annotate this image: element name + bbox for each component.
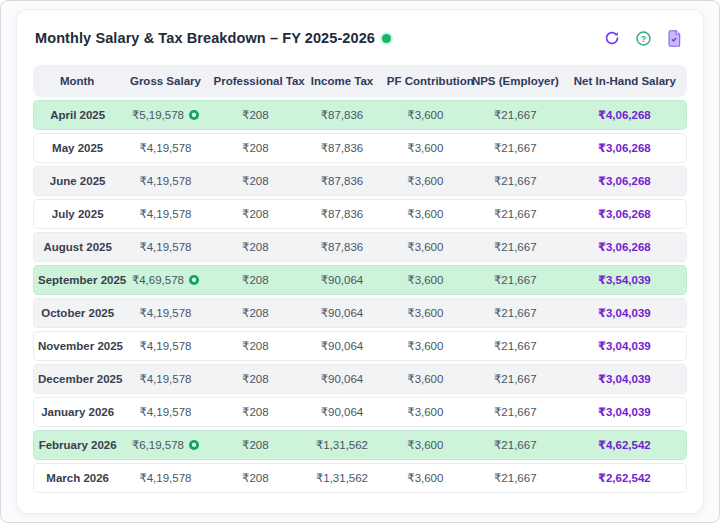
net-salary-cell: ₹3,06,268 [563,232,687,262]
gross-salary-cell: ₹4,19,578 [121,232,209,262]
professional-tax-cell: ₹208 [210,463,302,493]
status-dot-icon [382,34,391,43]
gross-salary-cell: ₹4,19,578 [121,463,209,493]
table-row: June 2025 ₹4,19,578 ₹208 ₹87,836 ₹3,600 … [33,166,687,196]
refresh-icon [604,30,620,46]
salary-table: MonthGross SalaryProfessional TaxIncome … [33,62,687,496]
net-salary-cell: ₹4,06,268 [563,100,687,130]
income-tax-cell: ₹87,836 [301,199,383,229]
net-salary-cell: ₹2,62,542 [563,463,687,493]
month-cell: June 2025 [33,166,121,196]
nps-employer-cell: ₹21,667 [468,133,563,163]
month-cell: October 2025 [33,298,121,328]
income-tax-cell: ₹90,064 [301,364,383,394]
nps-employer-cell: ₹21,667 [468,232,563,262]
income-tax-cell: ₹1,31,562 [301,430,383,460]
pf-contribution-cell: ₹3,600 [383,331,468,361]
table-row: November 2025 ₹4,19,578 ₹208 ₹90,064 ₹3,… [33,331,687,361]
table-row: May 2025 ₹4,19,578 ₹208 ₹87,836 ₹3,600 ₹… [33,133,687,163]
income-tax-cell: ₹87,836 [301,100,383,130]
nps-employer-cell: ₹21,667 [468,166,563,196]
month-cell: March 2026 [33,463,121,493]
gross-salary-cell: ₹4,19,578 [121,133,209,163]
professional-tax-cell: ₹208 [210,265,302,295]
professional-tax-cell: ₹208 [210,100,302,130]
column-header: Income Tax [301,65,383,97]
gross-salary-cell: ₹4,19,578 [121,364,209,394]
nps-employer-cell: ₹21,667 [468,298,563,328]
pf-contribution-cell: ₹3,600 [383,100,468,130]
column-header: Month [33,65,121,97]
nps-employer-cell: ₹21,667 [468,430,563,460]
income-tax-cell: ₹87,836 [301,166,383,196]
pf-contribution-cell: ₹3,600 [383,199,468,229]
help-icon: ? [635,30,652,47]
pf-contribution-cell: ₹3,600 [383,265,468,295]
net-salary-cell: ₹3,04,039 [563,298,687,328]
net-salary-cell: ₹3,06,268 [563,199,687,229]
income-tax-cell: ₹90,064 [301,265,383,295]
professional-tax-cell: ₹208 [210,166,302,196]
pf-contribution-cell: ₹3,600 [383,232,468,262]
net-salary-cell: ₹3,54,039 [563,265,687,295]
net-salary-cell: ₹3,04,039 [563,397,687,427]
gross-salary-cell: ₹4,19,578 [121,166,209,196]
column-header: Professional Tax [210,65,302,97]
refresh-button[interactable] [601,27,623,49]
column-header: NPS (Employer) [468,65,563,97]
increment-indicator-icon [189,440,199,450]
salary-breakdown-card: Monthly Salary & Tax Breakdown – FY 2025… [16,9,704,514]
help-button[interactable]: ? [632,27,654,49]
card-header: Monthly Salary & Tax Breakdown – FY 2025… [35,27,685,49]
pf-contribution-cell: ₹3,600 [383,298,468,328]
net-salary-cell: ₹3,04,039 [563,364,687,394]
month-cell: February 2026 [33,430,121,460]
nps-employer-cell: ₹21,667 [468,331,563,361]
income-tax-cell: ₹90,064 [301,331,383,361]
month-cell: November 2025 [33,331,121,361]
month-cell: January 2026 [33,397,121,427]
nps-employer-cell: ₹21,667 [468,463,563,493]
column-header: Net In-Hand Salary [563,65,687,97]
increment-indicator-icon [189,275,199,285]
header-actions: ? [601,27,685,49]
professional-tax-cell: ₹208 [210,232,302,262]
page-background: Monthly Salary & Tax Breakdown – FY 2025… [0,0,720,523]
month-cell: December 2025 [33,364,121,394]
table-row: January 2026 ₹4,19,578 ₹208 ₹90,064 ₹3,6… [33,397,687,427]
net-salary-cell: ₹3,04,039 [563,331,687,361]
pf-contribution-cell: ₹3,600 [383,364,468,394]
table-row: September 2025 ₹4,69,578 ₹208 ₹90,064 ₹3… [33,265,687,295]
pf-contribution-cell: ₹3,600 [383,166,468,196]
table-row: August 2025 ₹4,19,578 ₹208 ₹87,836 ₹3,60… [33,232,687,262]
professional-tax-cell: ₹208 [210,364,302,394]
document-icon [666,30,682,47]
gross-salary-cell: ₹4,19,578 [121,397,209,427]
income-tax-cell: ₹90,064 [301,397,383,427]
export-document-button[interactable] [663,27,685,49]
income-tax-cell: ₹1,31,562 [301,463,383,493]
professional-tax-cell: ₹208 [210,397,302,427]
nps-employer-cell: ₹21,667 [468,364,563,394]
title-wrap: Monthly Salary & Tax Breakdown – FY 2025… [35,30,391,46]
svg-text:?: ? [640,33,645,43]
nps-employer-cell: ₹21,667 [468,100,563,130]
nps-employer-cell: ₹21,667 [468,199,563,229]
professional-tax-cell: ₹208 [210,133,302,163]
table-header-row: MonthGross SalaryProfessional TaxIncome … [33,65,687,97]
professional-tax-cell: ₹208 [210,199,302,229]
table-row: April 2025 ₹5,19,578 ₹208 ₹87,836 ₹3,600… [33,100,687,130]
gross-salary-cell: ₹5,19,578 [121,100,209,130]
income-tax-cell: ₹90,064 [301,298,383,328]
gross-salary-cell: ₹6,19,578 [121,430,209,460]
table-row: February 2026 ₹6,19,578 ₹208 ₹1,31,562 ₹… [33,430,687,460]
gross-salary-cell: ₹4,69,578 [121,265,209,295]
professional-tax-cell: ₹208 [210,331,302,361]
net-salary-cell: ₹3,06,268 [563,133,687,163]
month-cell: May 2025 [33,133,121,163]
table-row: October 2025 ₹4,19,578 ₹208 ₹90,064 ₹3,6… [33,298,687,328]
professional-tax-cell: ₹208 [210,430,302,460]
pf-contribution-cell: ₹3,600 [383,430,468,460]
month-cell: September 2025 [33,265,121,295]
increment-indicator-icon [189,110,199,120]
